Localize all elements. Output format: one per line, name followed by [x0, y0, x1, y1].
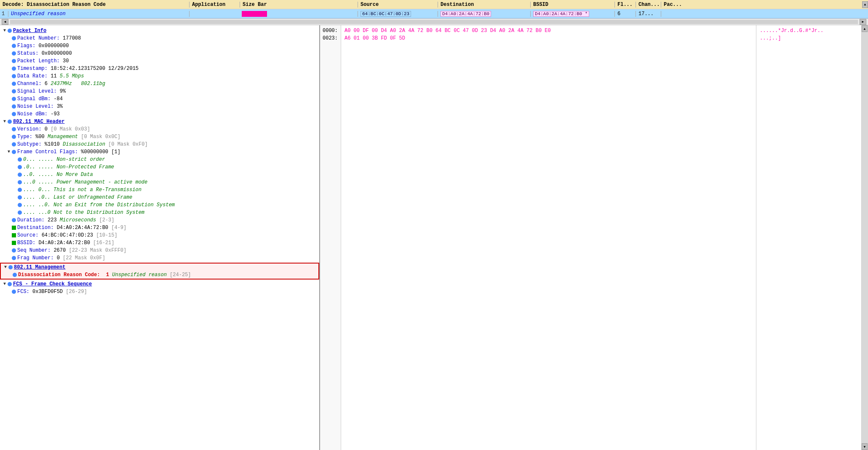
field-icon: [18, 180, 22, 184]
fcs-title[interactable]: FCS - Frame Check Sequence: [13, 281, 92, 288]
field-value-frame-control-flags: %00000000 [1]: [81, 149, 120, 155]
management-section-header[interactable]: ▼ 802.11 Management: [1, 264, 318, 271]
application-column-header: Application: [190, 2, 240, 8]
packet-info-toggle[interactable]: ▼: [2, 27, 8, 34]
tree-row-flag-nomoredata: ..0. ..... No More Data: [0, 171, 319, 178]
decode-column-header: Decode: Disassociation Reason Code: [0, 2, 190, 8]
field-icon: [18, 157, 22, 162]
tree-row-source: Source: 64:BC:0C:47:0D:23 [10-15]: [0, 232, 319, 239]
packet-sizebar-cell: [240, 11, 358, 17]
field-value-subtype: %1010: [45, 141, 60, 148]
mac-header-section-header[interactable]: ▼ 802.11 MAC Header: [0, 118, 319, 125]
scroll-left-button[interactable]: ◀: [2, 19, 8, 25]
vscroll-up-button[interactable]: ▲: [862, 25, 868, 32]
field-label-packet-length: Packet Length:: [17, 58, 60, 64]
tree-row-flags: Flags: 0x00000000: [0, 42, 319, 50]
tree-row-flag-nonstrict: 0... ..... Non-strict order: [0, 156, 319, 163]
field-value-flag-notexit: .... ..0. Not an Exit from the Distribut…: [23, 202, 175, 208]
tree-row-flag-notto: .... ...0 Not to the Distribution System: [0, 209, 319, 216]
size-bar-fill: [242, 11, 267, 17]
tree-row-data-rate: Data Rate: 11 5.5 Mbps: [0, 72, 319, 80]
packet-fl-cell: 6: [615, 11, 636, 17]
field-label-signal-dbm: Signal dBm:: [17, 96, 51, 102]
bssid-column-header: BSSID: [531, 2, 615, 8]
vscroll-up-button[interactable]: ▲: [862, 1, 868, 8]
field-value-flag-notretransmit: .... 0... This is not a Re-Transmission: [23, 186, 142, 193]
field-value-timestamp: 18:52:42.123175200 12/29/2015: [51, 65, 139, 72]
field-value-flag-lastfrag: .... .0.. Last or Unfragmented Frame: [23, 194, 132, 201]
field-icon: [18, 203, 22, 207]
vertical-scrollbar[interactable]: ▲ ▼: [861, 25, 868, 450]
field-value-noise-level: 3%: [57, 103, 63, 110]
field-value-channel: 6: [45, 80, 48, 87]
field-value-type: %00: [35, 133, 45, 140]
field-label-noise-level: Noise Level:: [17, 103, 53, 110]
hex-ascii-column: ......*Jr.d..G.#*Jr.. ...;..]: [756, 25, 861, 450]
field-label-frame-control-flags: Frame Control Flags:: [17, 149, 78, 155]
packet-chan-cell: 17...: [636, 11, 661, 17]
fcs-toggle[interactable]: ▼: [2, 281, 8, 288]
mac-header-toggle[interactable]: ▼: [2, 118, 8, 125]
field-value-flag-nonprotected: .0.. ..... Non-Protected Frame: [23, 164, 114, 170]
field-icon: [12, 44, 16, 48]
field-value-fcs: 0x3BFD0F5D: [32, 288, 63, 295]
scroll-track[interactable]: [10, 20, 858, 24]
field-label-seq-number: Seq Number:: [17, 247, 51, 254]
tree-row-packet-number: Packet Number: 177008: [0, 35, 319, 42]
field-label-channel: Channel:: [17, 80, 42, 87]
field-icon: [12, 256, 16, 260]
source-column-header: Source: [358, 2, 438, 8]
packet-number-cell: 1: [0, 11, 8, 17]
packet-info-title[interactable]: Packet Info: [13, 27, 46, 34]
field-label-flags: Flags:: [17, 43, 35, 49]
packet-info-section-header[interactable]: ▼ Packet Info: [0, 27, 319, 35]
field-label-destination: Destination:: [17, 224, 53, 231]
field-icon-green: [12, 241, 16, 245]
hex-view-panel: 0000: 0023: A0 00 DF 00 D4 A0 2A 4A 72 B…: [320, 25, 861, 450]
tree-row-flag-notretransmit: .... 0... This is not a Re-Transmission: [0, 186, 319, 194]
management-icon: [8, 265, 13, 269]
tree-row-flag-nonprotected: .0.. ..... Non-Protected Frame: [0, 163, 319, 171]
tree-row-type: Type: %00 Management [0 Mask 0x0C]: [0, 133, 319, 141]
tree-row-channel: Channel: 6 2437MHz 802.11bg: [0, 80, 319, 88]
field-label-fcs: FCS:: [17, 288, 29, 295]
field-icon: [12, 150, 16, 154]
vscroll-track[interactable]: [862, 32, 868, 443]
management-section: ▼ 802.11 Management Disassociation Reaso…: [0, 263, 319, 280]
field-icon: [12, 104, 16, 109]
field-icon: [18, 173, 22, 177]
tree-row-disassoc-reason: Disassociation Reason Code: 1 Unspecifie…: [1, 271, 318, 279]
packet-info-icon: [8, 29, 12, 33]
field-icon: [12, 218, 16, 222]
frame-control-flags-toggle[interactable]: ▼: [6, 149, 12, 155]
scroll-right-button[interactable]: ▶: [860, 19, 866, 25]
horizontal-scrollbar[interactable]: ◀ ▶: [0, 19, 868, 25]
field-value-flag-notto: .... ...0 Not to the Distribution System: [23, 209, 144, 216]
hex-offsets-column: 0000: 0023:: [320, 25, 341, 450]
management-toggle[interactable]: ▼: [3, 264, 8, 271]
tree-row-packet-length: Packet Length: 30: [0, 57, 319, 65]
field-detail2-type: [0 Mask 0x0C]: [81, 133, 120, 140]
hex-ascii-row-1: ...;..]: [760, 35, 858, 42]
field-icon: [12, 112, 16, 116]
field-value-noise-dbm: -93: [51, 111, 60, 117]
tree-row-status: Status: 0x00000000: [0, 50, 319, 57]
field-icon: [12, 59, 16, 63]
field-label-version: Version:: [17, 126, 42, 133]
field-value-status: 0x00000000: [42, 50, 72, 57]
packet-decode-cell: Unspecified reason: [8, 11, 190, 17]
field-label-status: Status:: [17, 50, 38, 57]
management-title[interactable]: 802.11 Management: [14, 264, 65, 271]
mac-header-title[interactable]: 802.11 MAC Header: [13, 118, 64, 125]
vscroll-down-button[interactable]: ▼: [862, 443, 868, 450]
field-label-source: Source:: [17, 232, 38, 239]
dest-mac-badge: D4:A0:2A:4A:72:B0: [441, 11, 491, 17]
main-content-area: ▼ Packet Info Packet Number: 177008 Flag…: [0, 25, 868, 450]
packet-bssid-cell: D4:A0:2A:4A:72:B0 *: [531, 11, 615, 17]
packet-list-row[interactable]: 1 Unspecified reason 64:BC:0C:47:0D:23 D…: [0, 9, 868, 19]
fcs-section-header[interactable]: ▼ FCS - Frame Check Sequence: [0, 280, 319, 288]
tree-row-flag-notexit: .... ..0. Not an Exit from the Distribut…: [0, 201, 319, 209]
tree-row-noise-level: Noise Level: 3%: [0, 103, 319, 110]
field-detail-duration: [2-3]: [99, 217, 114, 224]
tree-row-frame-control-flags[interactable]: ▼ Frame Control Flags: %00000000 [1]: [0, 148, 319, 156]
